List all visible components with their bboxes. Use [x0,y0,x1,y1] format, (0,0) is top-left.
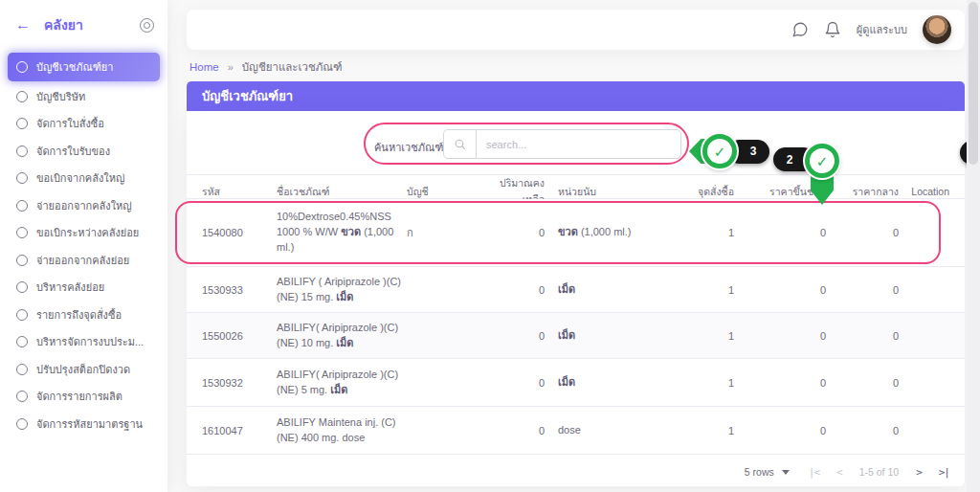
circle-icon [16,391,28,402]
circle-icon [16,61,28,73]
sidebar-item-standard-codes[interactable]: จัดการรหัสยามาตรฐาน [8,412,160,436]
chat-icon[interactable] [791,21,809,38]
cell-reorder: 1 [654,425,734,436]
sidebar-item-label: บัญชีเวชภัณฑ์ยา [36,58,113,76]
cell-remaining: 0 [489,330,545,342]
cell-name: ABILIFY( Aripiprazole )(C)(NE) 10 mg. เม… [277,321,407,351]
cell-name: ABILIFY( Aripiprazole )(C)(NE) 5 mg. เม็… [277,368,407,398]
topbar: ผู้ดูแลระบบ [187,10,965,50]
cell-price-edge: 0 [734,425,826,436]
table-body: 1540080 10%Dextrose0.45%NSS 1000 % W/W ข… [187,199,965,455]
sidebar-item-label: จัดการใบรับของ [36,143,110,160]
cell-account: ก [407,224,489,241]
page-range-label: 1-5 of 10 [859,466,899,478]
circle-icon [16,118,28,129]
table-row[interactable]: 1610047 ABILIFY Maintena inj. (C)(NE) 40… [187,407,965,455]
search-icon [444,130,477,158]
cell-price-mid: 0 [826,330,899,342]
col-unit: หน่วยนับ [545,184,654,200]
cell-remaining: 0 [489,425,545,436]
sidebar-menu: บัญชีเวชภัณฑ์ยา บัญชีบริษัท จัดการใบสั่ง… [0,45,167,446]
cell-unit: เม็ด [545,328,654,344]
cell-unit: เม็ด [545,282,654,298]
sidebar-item-label: จ่ายออกจากคลังย่อย [36,252,129,269]
cell-unit: ขวด (1,000 ml.) [545,225,654,240]
cell-name: ABILIFY Maintena inj. (C)(NE) 400 mg. do… [277,415,407,446]
table-header: รหัส ชื่อเวชภัณฑ์ บัญชี ปริมาณคงเหลือ หน… [187,174,965,199]
scrollbar-thumb[interactable] [969,2,978,165]
sidebar-item-withdraw-sub[interactable]: ขอเบิกระหว่างคลังย่อย [8,220,160,245]
last-page-icon[interactable]: >| [939,466,949,479]
breadcrumb: Home » บัญชียาและเวชภัณฑ์ [189,58,343,76]
circle-icon [16,200,28,212]
table-row[interactable]: 1540080 10%Dextrose0.45%NSS 1000 % W/W ข… [187,199,965,267]
search-label: ค้นหาเวชภัณฑ์ [374,139,443,156]
breadcrumb-separator: » [228,61,234,73]
sidebar-item-dispense-main[interactable]: จ่ายออกจากคลังใหญ่ [8,193,160,218]
sidebar-item-label: จ่ายออกจากคลังใหญ่ [36,197,132,214]
sidebar-item-receive-orders[interactable]: จัดการใบรับของ [8,139,160,164]
sidebar-item-label: ขอเบิกจากคลังใหญ่ [36,169,124,187]
first-page-icon[interactable]: |< [809,466,819,479]
cell-price-edge: 0 [734,227,826,238]
chevron-down-icon [782,470,790,475]
breadcrumb-home-link[interactable]: Home [189,61,219,73]
cell-reorder: 1 [654,284,734,296]
cell-name: ABILIFY ( Aripiprazole )(C)(NE) 15 mg. เ… [277,275,407,305]
cell-price-mid: 0 [826,284,899,296]
sidebar-item-label: รายการถึงจุดสั่งซื้อ [36,306,122,324]
table-row[interactable]: 1550026 ABILIFY( Aripiprazole )(C)(NE) 1… [187,313,965,359]
record-circle-icon[interactable] [140,18,154,33]
sidebar-item-stock-adjust[interactable]: ปรับปรุงสต็อกปิดงวด [8,357,160,382]
sidebar-item-label: บริหารจัดการงบประม... [36,333,144,350]
page-scrollbar[interactable] [967,0,980,492]
breadcrumb-current: บัญชียาและเวชภัณฑ์ [242,58,343,76]
circle-icon [16,336,28,347]
next-page-icon[interactable]: > [916,466,922,479]
avatar[interactable] [923,15,951,44]
cell-price-mid: 0 [826,425,899,436]
search-input[interactable] [477,139,680,150]
sidebar-item-manage-substore[interactable]: บริหารคลังย่อย [8,275,160,300]
sidebar-item-label: บริหารคลังย่อย [36,279,104,296]
cell-code: 1550026 [202,330,277,342]
cell-code: 1530933 [202,284,277,296]
col-reorder-point: จุดสั่งซื้อ [654,184,734,200]
circle-icon [16,364,28,375]
cell-price-edge: 0 [734,284,826,296]
bell-icon[interactable] [824,21,841,38]
rows-per-page-select[interactable]: 5 rows [745,466,790,478]
user-role-label: ผู้ดูแลระบบ [857,21,907,38]
cell-price-edge: 0 [734,330,826,342]
sidebar-item-label: บัญชีบริษัท [36,88,85,105]
prev-page-icon[interactable]: < [836,466,842,479]
cell-remaining: 0 [489,284,545,296]
sidebar-item-reorder-point[interactable]: รายการถึงจุดสั่งซื้อ [8,302,160,327]
circle-icon [16,145,28,157]
sidebar-item-budget[interactable]: บริหารจัดการงบประม... [8,329,160,354]
back-arrow-icon[interactable]: ← [15,17,31,33]
circle-icon [16,255,28,266]
sidebar-item-label: ขอเบิกระหว่างคลังย่อย [36,224,139,241]
cell-price-edge: 0 [734,377,826,389]
pager: |< < 1-5 of 10 > >| [809,466,949,479]
sidebar-item-company-accounts[interactable]: บัญชีบริษัท [8,84,160,109]
cell-price-mid: 0 [826,377,899,389]
sidebar-header: ← คลังยา [0,0,167,45]
sidebar-item-label: จัดการใบสั่งซื้อ [36,115,104,132]
circle-icon [16,227,28,238]
circle-icon [16,172,28,184]
table-row[interactable]: 1530932 ABILIFY( Aripiprazole )(C)(NE) 5… [187,359,965,407]
sidebar-item-production[interactable]: จัดการรายการผลิต [8,384,160,409]
table-row[interactable]: 1530933 ABILIFY ( Aripiprazole )(C)(NE) … [187,267,965,313]
col-price-edge: ราคาขึ้นชอบ [734,184,826,200]
cell-reorder: 1 [654,377,734,389]
sidebar-item-label: จัดการรายการผลิต [36,388,122,405]
sidebar-item-withdraw-main[interactable]: ขอเบิกจากคลังใหญ่ [8,166,160,190]
sidebar-item-purchase-orders[interactable]: จัดการใบสั่งซื้อ [8,111,160,136]
cell-reorder: 1 [654,227,734,238]
col-price-mid: ราคากลาง [826,184,899,200]
sidebar-item-medicine-accounts[interactable]: บัญชีเวชภัณฑ์ยา [8,53,160,81]
sidebar-item-label: จัดการรหัสยามาตรฐาน [36,415,143,433]
sidebar-item-dispense-sub[interactable]: จ่ายออกจากคลังย่อย [8,248,160,273]
